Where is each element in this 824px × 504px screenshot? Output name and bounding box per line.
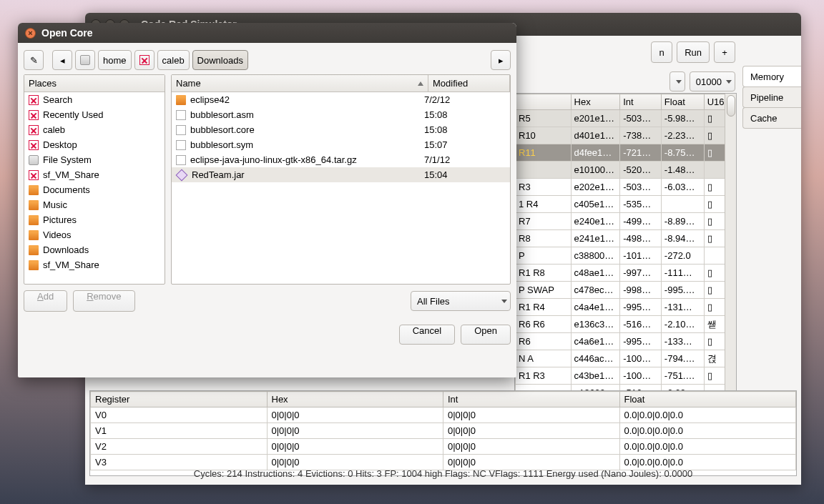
- tab-cache[interactable]: Cache: [742, 107, 801, 129]
- reg-col[interactable]: Float: [619, 392, 796, 407]
- scrollbar[interactable]: [725, 94, 736, 401]
- path-segment-downloads[interactable]: Downloads: [192, 50, 248, 70]
- file-filter[interactable]: All Files: [411, 291, 511, 311]
- reg-col[interactable]: Int: [443, 392, 620, 407]
- file-row[interactable]: RedTeam.jar15:04: [172, 167, 510, 182]
- reg-col[interactable]: Register: [91, 392, 268, 407]
- edit-path-button[interactable]: ✎: [24, 50, 44, 70]
- mem-row[interactable]: R1 R8c48ae1…-997…-111…▯: [516, 265, 736, 282]
- remove-place-button[interactable]: Remove: [73, 290, 134, 312]
- place-item[interactable]: Music: [24, 197, 165, 212]
- mem-row[interactable]: Pc38800…-101…-272.0: [516, 247, 736, 265]
- place-label: Desktop: [43, 139, 77, 150]
- mem-row[interactable]: R1 R3c43be1…-100…-751.…▯: [516, 367, 736, 385]
- path-forward-button[interactable]: ▸: [491, 50, 511, 70]
- mem-row[interactable]: R6c4a6e1…-995…-133…▯: [516, 333, 736, 350]
- mem-row[interactable]: N Ac446ac…-100…-794.…겭: [516, 350, 736, 367]
- place-item[interactable]: Videos: [24, 227, 165, 242]
- place-item[interactable]: sf_VM_Share: [24, 257, 165, 272]
- reg-col[interactable]: Hex: [267, 392, 443, 407]
- path-back-button[interactable]: ◂: [52, 50, 72, 70]
- file-name: eclipse42: [190, 94, 230, 105]
- add-button[interactable]: +: [714, 41, 735, 63]
- mem-col-2[interactable]: Int: [620, 94, 662, 110]
- file-icon: [176, 125, 186, 135]
- chevron-down-icon: [726, 80, 732, 84]
- folder-icon: [29, 185, 39, 195]
- file-row[interactable]: eclipse-java-juno-linux-gtk-x86_64.tar.g…: [172, 152, 510, 167]
- mem-col-0[interactable]: [516, 94, 572, 110]
- broken-icon: [139, 55, 149, 65]
- file-modified: 15:08: [424, 124, 506, 135]
- col-modified[interactable]: Modified: [428, 75, 510, 92]
- file-modified: 15:08: [424, 109, 506, 120]
- place-label: File System: [43, 154, 92, 165]
- close-icon[interactable]: [25, 28, 36, 39]
- file-name: RedTeam.jar: [192, 169, 245, 180]
- mem-row[interactable]: R10d401e1…-738…-2.23…▯: [516, 127, 736, 144]
- file-row[interactable]: bubblesort.asm15:08: [172, 107, 510, 122]
- tab-pipeline[interactable]: Pipeline: [742, 87, 801, 108]
- path-segment-home[interactable]: home: [98, 50, 132, 70]
- place-label: sf_VM_Share: [43, 169, 99, 180]
- place-label: Pictures: [43, 214, 77, 225]
- dialog-body: Places SearchRecently UsedcalebDesktopFi…: [18, 74, 516, 285]
- status-bar: Cycles: 214 Instructions: 4 Evictions: 0…: [85, 468, 801, 479]
- reg-row[interactable]: V20|0|0|00|0|0|00.0|0.0|0.0|0.0: [91, 439, 796, 455]
- place-item[interactable]: caleb: [24, 122, 165, 137]
- place-item[interactable]: File System: [24, 152, 165, 167]
- path-segment-caleb[interactable]: caleb: [157, 50, 190, 70]
- place-item[interactable]: Downloads: [24, 242, 165, 257]
- mem-row[interactable]: R7e240e1…-499…-8.89…▯: [516, 213, 736, 230]
- place-item[interactable]: Recently Used: [24, 107, 165, 122]
- selector-left[interactable]: [670, 71, 685, 92]
- path-segment-user[interactable]: [134, 50, 154, 70]
- mem-row[interactable]: 1 R4c405e1…-535…▯: [516, 196, 736, 213]
- folder-icon: [29, 260, 39, 270]
- reg-row[interactable]: V00|0|0|00|0|0|00.0|0.0|0.0|0.0: [91, 407, 796, 423]
- col-name[interactable]: Name: [172, 75, 428, 92]
- file-row[interactable]: eclipse427/2/12: [172, 92, 510, 107]
- redx-icon: [29, 125, 39, 135]
- add-place-button[interactable]: Add: [24, 290, 67, 312]
- mem-col-1[interactable]: Hex: [571, 94, 620, 110]
- folder-icon: [29, 200, 39, 210]
- scrollbar-thumb[interactable]: [727, 95, 735, 117]
- path-root-button[interactable]: [75, 50, 95, 70]
- mem-row[interactable]: R5e201e1…-503…-5.98…▯: [516, 110, 736, 127]
- open-button[interactable]: Open: [461, 325, 511, 345]
- mem-row[interactable]: R11d4fee1…-721…-8.75…▯: [516, 144, 736, 162]
- redx-icon: [29, 95, 39, 105]
- sort-asc-icon: [418, 81, 423, 86]
- redx-icon: [29, 140, 39, 150]
- drive-icon: [80, 55, 90, 65]
- file-row[interactable]: bubblesort.core15:08: [172, 122, 510, 137]
- mem-row[interactable]: R1 R4c4a4e1…-995…-131…▯: [516, 299, 736, 316]
- place-item[interactable]: Documents: [24, 182, 165, 197]
- place-item[interactable]: sf_VM_Share: [24, 167, 165, 182]
- file-name: bubblesort.core: [190, 124, 255, 135]
- reg-row[interactable]: V10|0|0|00|0|0|00.0|0.0|0.0|0.0: [91, 423, 796, 439]
- dialog-titlebar[interactable]: Open Core: [18, 23, 516, 43]
- mem-row[interactable]: R8e241e1…-498…-8.94…▯: [516, 230, 736, 247]
- run-button[interactable]: Run: [677, 41, 710, 63]
- folder-icon: [29, 245, 39, 255]
- place-label: Videos: [43, 229, 72, 240]
- mem-row[interactable]: e10100…-520…-1.48…: [516, 162, 736, 179]
- mem-row[interactable]: R6 R6e136c3…-516…-2.10…쌛: [516, 316, 736, 333]
- places-header: Places: [24, 75, 165, 92]
- file-row[interactable]: bubblesort.sym15:07: [172, 137, 510, 152]
- mem-col-3[interactable]: Float: [661, 94, 704, 110]
- mem-row[interactable]: P SWAPc478ec…-998…-995.…▯: [516, 282, 736, 299]
- place-item[interactable]: Pictures: [24, 212, 165, 227]
- tab-memory[interactable]: Memory: [742, 66, 801, 87]
- mem-row[interactable]: R3e202e1…-503…-6.03…▯: [516, 179, 736, 196]
- file-modified: 7/1/12: [424, 154, 506, 165]
- filter-value: All Files: [417, 296, 450, 307]
- place-item[interactable]: Search: [24, 92, 165, 107]
- address-input[interactable]: 01000: [690, 71, 735, 92]
- drive-icon: [29, 155, 39, 165]
- place-item[interactable]: Desktop: [24, 137, 165, 152]
- prev-button[interactable]: n: [651, 41, 672, 63]
- cancel-button[interactable]: Cancel: [399, 325, 455, 345]
